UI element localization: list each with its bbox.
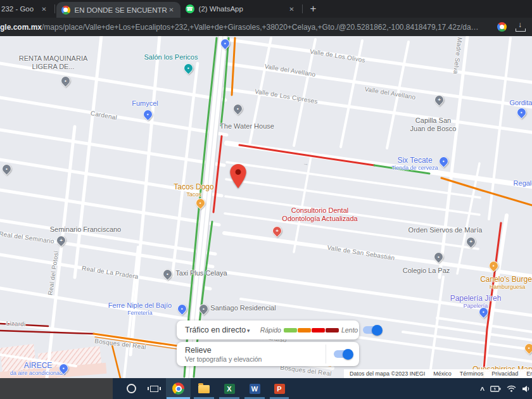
relief-subtitle: Ver topografía y elevación [185,355,326,363]
poi-six-tecate-label[interactable]: Six TecateTienda de cerveza [391,156,438,172]
system-tray: ∧ [480,378,532,399]
taskbar-word-button[interactable]: W [243,378,266,399]
taskbar-powerpoint-button[interactable]: P [269,378,290,399]
poi-consultorio-dental-label[interactable]: Consultorio DentalOdontología Actualizad… [282,206,357,223]
legend-swatch [312,328,325,332]
url-path: /maps/place/Valle+de+Los+Eucaliptos+232,… [42,23,479,32]
cortana-icon [127,384,136,393]
chevron-down-icon: ▾ [247,327,250,334]
one-way-arrow-icon: → [303,160,310,167]
tab-whatsapp[interactable]: ☎ (2) WhatsApp ✕ [180,0,301,18]
download-icon[interactable] [516,23,526,32]
excel-icon: X [224,384,235,394]
legend-swatches [284,328,339,332]
taskbar-chrome-button[interactable] [166,378,191,399]
poi-canelos-burgers-label[interactable]: Canelo's BurgerHamburguesa [480,275,532,291]
task-view-icon [150,386,158,392]
browser-tab-strip: 232 - Goo ✕ EN DONDE SE ENCUENTRA MEXI ✕… [0,0,532,18]
task-view-button[interactable] [144,378,163,399]
destination-marker-icon[interactable] [230,164,246,188]
traffic-toggle[interactable] [363,326,381,334]
powerpoint-icon: P [274,384,285,394]
tab-close-icon[interactable]: ✕ [40,6,48,13]
poi-salon-los-pericos-label[interactable]: Salón los Pericos [144,53,198,61]
poi-taxi-plus-celaya-label[interactable]: Taxi Plus Celaya [175,269,227,277]
legend-fast-label: Rápido [260,326,281,334]
attribution-link[interactable]: Enviar co [526,370,532,377]
tab-maps[interactable]: 232 - Goo ✕ [0,0,53,18]
taskbar-explorer-button[interactable] [193,378,215,399]
tab-divider [302,4,303,13]
poi-ferre-niple-del-bajio-label[interactable]: Ferre Niple del BajíoFerretería [108,301,172,317]
wifi-icon[interactable] [507,385,516,392]
cortana-button[interactable] [122,378,141,399]
attribution-link[interactable]: Términos [460,370,484,377]
street-label: Lizardi [6,320,25,328]
tab-close-icon[interactable]: ✕ [288,6,295,13]
word-icon: W [250,384,260,394]
map-attribution: Datos del mapa ©2023 INEGIMéxicoTérminos… [344,369,532,378]
map-data-copyright: Datos del mapa ©2023 INEGI [350,370,425,377]
legend-swatch [284,328,297,332]
file-explorer-icon [198,385,210,393]
relief-title: Relieve [185,346,326,355]
new-tab-button[interactable]: + [304,1,323,17]
poi-santiago-residencial-label[interactable]: Santiago Residencial [210,304,276,312]
poi-fumycel-label[interactable]: Fumycel [132,99,158,108]
tray-chevron-up-icon[interactable]: ∧ [479,385,485,392]
poi-orden-siervos-de-maria-label[interactable]: Orden Siervos de María [408,226,483,234]
omnibox-actions [497,22,532,32]
traffic-card: Tráfico en directo▾ Rápido Lento [177,320,359,339]
address-bar[interactable]: gle.com.mx/maps/place/Valle+de+Los+Eucal… [0,18,532,36]
tab-divider [54,4,55,13]
google-page-icon[interactable] [497,22,507,32]
legend-slow-label: Lento [341,326,358,334]
relief-card: Relieve Ver topografía y elevación [177,342,359,366]
legend-swatch [298,328,311,332]
attribution-link[interactable]: Privacidad [491,370,518,377]
background-window[interactable] [0,378,113,399]
poi-colegio-la-paz-label[interactable]: Colegio La Paz [403,267,450,275]
poi-papeleria-jireh-label[interactable]: Papelería JirehPapelería [450,294,502,310]
poi-gorditas-label[interactable]: Gordita... [509,99,532,107]
legend-swatch [326,328,339,332]
google-favicon-icon [61,6,70,15]
url-domain: gle.com.mx [0,23,42,32]
tab-search[interactable]: EN DONDE SE ENCUENTRA MEXI ✕ [56,2,180,18]
poi-regalos-label[interactable]: Regalo [514,179,532,187]
traffic-legend: Rápido Lento [255,326,364,334]
taskbar: X W P ∧ [0,378,532,399]
poi-seminario-franciscano-label[interactable]: Seminario Franciscano [50,225,122,234]
attribution-link[interactable]: México [433,370,452,377]
taskbar-excel-button[interactable]: X [218,378,241,399]
whatsapp-favicon-icon: ☎ [186,4,194,13]
tab-title: (2) WhatsApp [199,5,243,13]
poi-the-water-house-label[interactable]: The Water House [220,122,274,130]
traffic-dropdown[interactable]: Tráfico en directo▾ [177,326,255,334]
tab-close-icon[interactable]: ✕ [167,6,175,13]
battery-icon[interactable] [490,385,501,392]
relief-text: Relieve Ver topografía y elevación [177,346,326,363]
chrome-icon [172,383,184,395]
tab-title: 232 - Goo [1,5,34,13]
relief-toggle[interactable] [334,350,352,358]
desktop: 232 - Goo ✕ EN DONDE SE ENCUENTRA MEXI ✕… [0,0,532,399]
poi-capilla-san-juan-de-bosco-label[interactable]: Capilla SanJuan de Bosco [410,117,457,133]
poi-airece-label[interactable]: AIRECEda aire acondicionado [10,361,66,377]
poi-tacos-dogo-label[interactable]: Tacos DogoTacos [174,182,213,198]
map-canvas[interactable]: Valle de Los OlivosValle del AvellanoVal… [0,36,532,378]
volume-icon[interactable] [522,385,531,393]
tab-title: EN DONDE SE ENCUENTRA MEXI [75,6,168,14]
poi-renta-maquinaria-label[interactable]: RENTA MAQUINARIALIGERA DE... [19,54,88,71]
